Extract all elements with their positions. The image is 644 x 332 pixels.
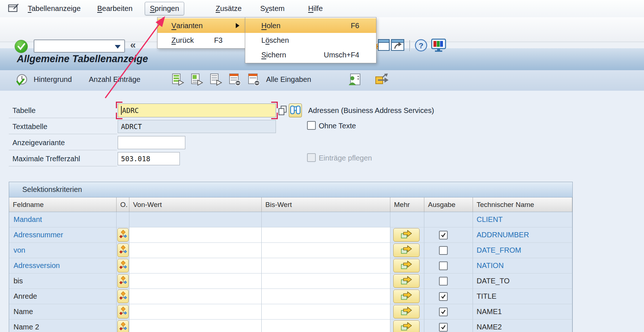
help-icon[interactable]: ? xyxy=(414,39,428,53)
choose-list-plain-icon[interactable] xyxy=(210,73,222,87)
menu-item-holen[interactable]: HolenF6 xyxy=(245,18,376,33)
bis-wert-cell[interactable] xyxy=(262,320,390,332)
bis-wert-cell[interactable] xyxy=(262,289,390,304)
ausgabe-cell xyxy=(424,258,473,273)
von-wert-cell[interactable] xyxy=(129,289,262,304)
feldname-cell: Adressversion xyxy=(9,258,117,273)
selection-options-icon[interactable] xyxy=(117,259,129,272)
mehr-multiple-selection-icon[interactable] xyxy=(393,274,420,288)
table-row: Adressversion NATION xyxy=(9,258,572,273)
delete-selection-icon[interactable] xyxy=(229,73,241,87)
menu-label-part: earbeiten xyxy=(102,4,132,12)
column-header-technischer-name[interactable]: Technischer Name xyxy=(473,197,572,212)
von-wert-cell[interactable] xyxy=(129,273,262,289)
selection-options-icon[interactable] xyxy=(117,290,129,303)
von-wert-cell[interactable] xyxy=(129,320,262,332)
alle-eingaben-button[interactable]: Alle Eingaben xyxy=(266,75,311,84)
selection-options-icon[interactable] xyxy=(117,228,129,242)
menubar-item-springen[interactable]: Springen xyxy=(145,2,184,15)
menubar-item-bearbeiten[interactable]: Bearbeiten xyxy=(97,4,133,13)
selection-options-icon[interactable] xyxy=(117,274,129,288)
feldname-cell: Anrede xyxy=(9,289,117,304)
column-header-feldname[interactable]: Feldname xyxy=(9,197,117,212)
ausgabe-checkbox[interactable] xyxy=(439,323,448,332)
technischer-name-cell: DATE_FROM xyxy=(473,243,572,258)
max-trefferzahl-field[interactable]: 503.018 xyxy=(118,152,180,165)
texttabelle-field: ADRCT xyxy=(118,120,276,133)
ohne-texte-checkbox[interactable] xyxy=(307,121,316,130)
menu-item-zurueck[interactable]: ZurückF3 xyxy=(158,33,245,48)
mehr-multiple-selection-icon[interactable] xyxy=(393,290,420,303)
ausgabe-checkbox[interactable] xyxy=(439,261,448,270)
column-header-ausgabe[interactable]: Ausgabe xyxy=(424,197,473,212)
exit-icon[interactable] xyxy=(374,73,389,87)
mehr-multiple-selection-icon[interactable] xyxy=(393,244,420,257)
menu-item-varianten[interactable]: Varianten xyxy=(158,18,245,33)
mehr-multiple-selection-icon[interactable] xyxy=(393,259,420,272)
hintergrund-button[interactable]: Hintergrund xyxy=(34,75,72,84)
mehr-multiple-selection-icon[interactable] xyxy=(393,228,420,242)
selection-options-icon[interactable] xyxy=(117,320,129,332)
enter-button[interactable] xyxy=(15,40,28,53)
feldname-cell: Adressnummer xyxy=(9,227,117,243)
ausgabe-checkbox[interactable] xyxy=(439,292,448,301)
menubar-item-tabellenanzeige[interactable]: Tabellenanzeige xyxy=(28,4,81,13)
menu-item-loeschen[interactable]: Löschen xyxy=(245,33,376,48)
table-row: bis DATE_TO xyxy=(9,273,572,289)
von-wert-cell[interactable] xyxy=(129,258,262,273)
column-header-bis-wert[interactable]: Bis-Wert xyxy=(262,197,390,212)
max-trefferzahl-field-value: 503.018 xyxy=(121,155,150,163)
user-parameters-icon[interactable] xyxy=(347,73,361,87)
menu-label-mnemonic: B xyxy=(97,4,102,12)
command-field-dropdown-icon[interactable] xyxy=(115,45,121,49)
von-wert-cell[interactable] xyxy=(129,227,262,243)
selection-options-icon[interactable] xyxy=(117,305,129,318)
mehr-multiple-selection-icon[interactable] xyxy=(393,305,420,318)
tabelle-field[interactable]: ADRC xyxy=(118,103,276,117)
anzahl-eintraege-button[interactable]: Anzahl Einträge xyxy=(89,75,140,84)
ausgabe-checkbox[interactable] xyxy=(439,308,448,316)
row-divider xyxy=(9,166,117,166)
create-shortcut-icon[interactable] xyxy=(390,38,405,54)
menubar-item-system[interactable]: System xyxy=(260,4,285,13)
anzeigevariante-field[interactable] xyxy=(118,136,185,149)
search-table-binoculars-icon[interactable] xyxy=(289,103,302,117)
ausgabe-checkbox[interactable] xyxy=(439,231,448,239)
table-row: Name 2 NAME2 xyxy=(9,320,572,332)
page-title: Allgemeine Tabellenanzeige xyxy=(17,53,148,65)
bis-wert-cell[interactable] xyxy=(262,258,390,273)
command-field[interactable] xyxy=(34,39,125,53)
mehr-multiple-selection-icon[interactable] xyxy=(393,320,420,332)
feldname-text: Adressversion xyxy=(14,261,60,270)
menubar-item-hilfe[interactable]: Hilfe xyxy=(308,4,323,13)
feldname-cell: von xyxy=(9,243,117,258)
system-menu-icon[interactable] xyxy=(8,3,19,14)
selection-options-icon[interactable] xyxy=(117,244,129,257)
menubar-item-zusaetze[interactable]: Zusätze xyxy=(216,4,242,13)
choose-list-icon[interactable] xyxy=(172,73,184,87)
collapse-toolbar-button[interactable]: « xyxy=(130,39,136,51)
von-wert-cell[interactable] xyxy=(129,243,262,258)
choose-list-green-icon[interactable] xyxy=(191,73,203,87)
menu-item-sichern[interactable]: SichernUmsch+F4 xyxy=(245,48,376,62)
ausgabe-checkbox[interactable] xyxy=(439,246,448,255)
column-header-mehr[interactable]: Mehr xyxy=(390,197,424,212)
ausgabe-cell xyxy=(424,227,473,243)
von-wert-cell[interactable] xyxy=(129,304,262,320)
delete-all-selection-icon[interactable] xyxy=(248,73,260,87)
bis-wert-cell[interactable] xyxy=(262,273,390,289)
menu-label-mnemonic: ö xyxy=(265,36,269,45)
bis-wert-cell[interactable] xyxy=(262,304,390,320)
possible-entries-icon[interactable] xyxy=(278,105,287,117)
column-header-von-wert[interactable]: Von-Wert xyxy=(129,197,262,212)
column-header-o-[interactable]: O. xyxy=(117,197,129,212)
anzeigevariante-label: Anzeigevariante xyxy=(12,139,65,147)
customize-layout-icon[interactable] xyxy=(431,38,447,53)
eintraege-pflegen-checkbox xyxy=(307,153,316,162)
selection-bracket xyxy=(116,113,122,119)
menu-label-part: schen xyxy=(269,36,289,45)
bis-wert-cell[interactable] xyxy=(262,243,390,258)
bis-wert-cell[interactable] xyxy=(262,227,390,243)
execute-icon[interactable] xyxy=(15,73,29,88)
ausgabe-checkbox[interactable] xyxy=(439,277,448,286)
